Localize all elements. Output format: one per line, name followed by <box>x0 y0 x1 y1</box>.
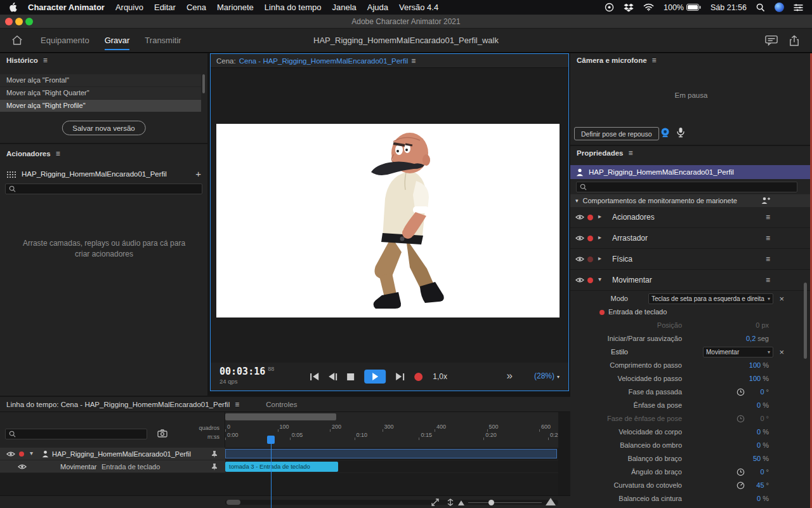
scene-link[interactable]: Cena - HAP_Rigging_HomemMalEncarado01_Pe… <box>239 57 409 65</box>
share-icon[interactable] <box>789 35 799 46</box>
panel-menu-icon[interactable]: ≡ <box>43 56 48 65</box>
playhead[interactable] <box>267 436 275 444</box>
menu-item-marionete[interactable]: Marionete <box>217 3 254 12</box>
microphone-icon[interactable] <box>677 127 684 138</box>
status-menu-icon[interactable] <box>605 3 614 12</box>
puppet-track-lane[interactable] <box>225 448 558 460</box>
menu-item-arquivo[interactable]: Arquivo <box>115 3 143 12</box>
behavior-options-icon[interactable]: ≡ <box>766 213 770 222</box>
tab-equipamento[interactable]: Equipamento <box>41 29 89 52</box>
play-button[interactable] <box>364 370 386 384</box>
eye-icon[interactable] <box>6 451 15 457</box>
app-menu[interactable]: Character Animator <box>28 3 105 12</box>
spotlight-icon[interactable] <box>756 3 765 12</box>
eye-icon[interactable] <box>575 256 584 262</box>
menu-item-vers-o-4-4[interactable]: Versão 4.4 <box>399 3 438 12</box>
clock-icon[interactable] <box>737 468 745 476</box>
chevron-right-icon[interactable]: ▸ <box>598 213 601 220</box>
timeline-search-input[interactable] <box>5 429 147 439</box>
captions-icon[interactable] <box>765 35 778 46</box>
behavior-track-lane[interactable]: tomada 3 - Entrada de teclado <box>225 460 558 473</box>
properties-search-input[interactable] <box>576 182 797 192</box>
clock-icon[interactable] <box>737 415 745 423</box>
menubar-clock[interactable]: Sáb 21:56 <box>710 3 747 12</box>
param-value[interactable]: 100% <box>749 359 769 372</box>
param-value[interactable]: 0° <box>760 412 769 425</box>
puppet-track-bar[interactable] <box>225 449 557 458</box>
behavior-row-acionadores[interactable]: ▸Acionadores≡ <box>570 207 812 228</box>
behavior-track-header[interactable]: Movimentar Entrada de teclado <box>0 460 225 473</box>
pin-icon[interactable] <box>211 463 218 471</box>
home-icon[interactable] <box>11 35 23 46</box>
history-scrollbar[interactable] <box>202 74 205 93</box>
behavior-row-movimentar[interactable]: ▾Movimentar≡ <box>570 270 812 291</box>
timecode[interactable]: 00:03:16 <box>219 366 265 377</box>
add-trigger-icon[interactable]: + <box>195 170 201 178</box>
panel-menu-icon[interactable]: ≡ <box>652 56 657 65</box>
playback-speed[interactable]: 1,0x <box>433 372 447 381</box>
eye-icon[interactable] <box>575 277 584 283</box>
param-value[interactable]: 0% <box>757 439 769 452</box>
param-value[interactable]: 45° <box>756 479 769 492</box>
param-value[interactable]: 100% <box>749 372 769 385</box>
clock-icon[interactable] <box>737 388 745 396</box>
battery-indicator[interactable]: 100% <box>664 3 701 12</box>
zoom-slider-handle[interactable] <box>488 500 494 505</box>
zoom-out-icon[interactable] <box>458 500 464 505</box>
next-frame-button[interactable] <box>396 373 404 380</box>
puppet-track-header[interactable]: ▾ HAP_Rigging_HomemMalEncarado01_Perfil <box>0 448 225 460</box>
estilo-select[interactable]: Movimentar▾ <box>703 347 773 358</box>
param-value[interactable]: 0px <box>756 319 769 332</box>
angle-icon[interactable] <box>737 481 745 490</box>
menu-item-cena[interactable]: Cena <box>187 3 206 12</box>
panel-menu-icon[interactable]: ≡ <box>56 149 60 158</box>
webcam-icon[interactable] <box>660 128 671 138</box>
work-area-bar[interactable] <box>225 413 336 420</box>
eye-icon[interactable] <box>575 214 584 220</box>
close-icon[interactable]: × <box>779 293 784 304</box>
previous-frame-button[interactable] <box>329 373 337 380</box>
history-item[interactable]: Mover alça "Frontal" <box>0 74 201 86</box>
arm-for-record-dot[interactable] <box>587 215 593 220</box>
close-icon[interactable]: × <box>779 347 784 358</box>
panel-menu-icon[interactable]: ≡ <box>411 57 416 65</box>
timeline-ruler[interactable]: 0100200300400500600 0:000:050:100:150:20… <box>225 412 558 448</box>
go-to-start-button[interactable] <box>310 373 318 380</box>
pin-icon[interactable] <box>211 450 218 458</box>
behavior-row-arrastador[interactable]: ▸Arrastador≡ <box>570 228 812 249</box>
render-quality-dropdown[interactable]: (28%)▾ <box>534 371 560 380</box>
menu-item-editar[interactable]: Editar <box>154 3 176 12</box>
fast-forward-icon[interactable]: » <box>507 369 513 383</box>
scene-viewport[interactable] <box>211 68 568 363</box>
zoom-in-icon[interactable] <box>546 498 556 505</box>
behavior-options-icon[interactable]: ≡ <box>766 255 770 264</box>
triggers-search-input[interactable] <box>5 184 202 194</box>
chevron-down-icon[interactable]: ▾ <box>30 450 33 457</box>
menu-item-linha-do-tempo[interactable]: Linha do tempo <box>265 3 322 12</box>
add-behavior-icon[interactable] <box>761 197 770 204</box>
param-value[interactable]: 0% <box>757 492 769 505</box>
properties-scrollbar[interactable] <box>804 283 807 359</box>
record-button[interactable] <box>414 373 422 381</box>
param-value[interactable]: 0% <box>757 425 769 439</box>
tab-controles[interactable]: Controles <box>266 401 297 408</box>
eye-icon[interactable] <box>18 464 27 470</box>
eye-icon[interactable] <box>575 235 584 241</box>
history-item[interactable]: Mover alça "Right Profile" <box>0 100 201 112</box>
zoom-to-playhead-icon[interactable] <box>447 498 454 506</box>
arm-for-record-dot[interactable] <box>19 451 24 457</box>
behavior-options-icon[interactable]: ≡ <box>766 276 770 284</box>
param-value[interactable]: 0,2seg <box>746 332 769 345</box>
behaviors-section-header[interactable]: ▾ Comportamentos de monitoramento de mar… <box>570 194 812 207</box>
dropbox-icon[interactable] <box>624 3 634 12</box>
fit-timeline-icon[interactable] <box>431 498 439 506</box>
param-value[interactable]: 50% <box>753 452 769 465</box>
param-value[interactable]: 0° <box>760 465 769 479</box>
wifi-icon[interactable] <box>643 3 654 11</box>
behavior-row-f-sica[interactable]: ▸Física≡ <box>570 249 812 270</box>
take-clip[interactable]: tomada 3 - Entrada de teclado <box>225 462 338 472</box>
stop-button[interactable] <box>347 373 354 380</box>
param-value[interactable]: 0° <box>760 385 769 399</box>
apple-menu-icon[interactable] <box>9 3 17 12</box>
snapshot-camera-icon[interactable] <box>157 429 167 438</box>
